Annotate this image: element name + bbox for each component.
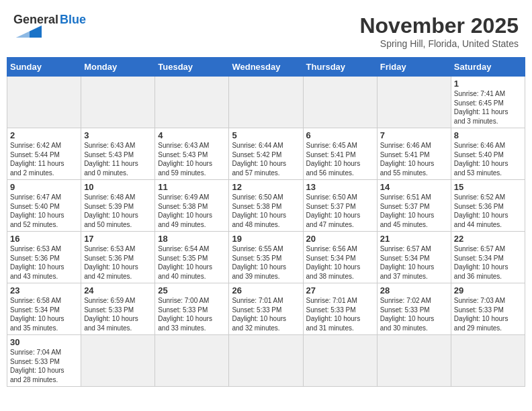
day-number: 15 xyxy=(454,182,522,192)
calendar-header-row: SundayMondayTuesdayWednesdayThursdayFrid… xyxy=(7,58,525,77)
day-info: Sunrise: 7:01 AM Sunset: 5:33 PM Dayligh… xyxy=(232,296,300,332)
column-header-thursday: Thursday xyxy=(303,58,377,77)
day-number: 13 xyxy=(306,182,374,192)
day-number: 26 xyxy=(232,285,300,295)
day-number: 30 xyxy=(10,337,78,347)
day-info: Sunrise: 6:53 AM Sunset: 5:36 PM Dayligh… xyxy=(10,244,78,281)
day-number: 11 xyxy=(158,182,226,192)
day-number: 21 xyxy=(380,234,448,244)
day-number: 27 xyxy=(306,285,374,295)
calendar-cell xyxy=(229,77,303,128)
calendar-cell xyxy=(303,77,377,128)
calendar-cell: 29Sunrise: 7:03 AM Sunset: 5:33 PM Dayli… xyxy=(451,283,525,335)
calendar-cell: 27Sunrise: 7:01 AM Sunset: 5:33 PM Dayli… xyxy=(303,283,377,335)
calendar-cell: 12Sunrise: 6:50 AM Sunset: 5:38 PM Dayli… xyxy=(229,180,303,232)
calendar-cell: 30Sunrise: 7:04 AM Sunset: 5:33 PM Dayli… xyxy=(7,335,81,387)
day-info: Sunrise: 7:41 AM Sunset: 6:45 PM Dayligh… xyxy=(454,89,522,126)
svg-marker-1 xyxy=(16,30,30,38)
calendar-cell: 5Sunrise: 6:44 AM Sunset: 5:42 PM Daylig… xyxy=(229,128,303,180)
calendar-cell xyxy=(155,335,229,387)
calendar-week-row: 2Sunrise: 6:42 AM Sunset: 5:44 PM Daylig… xyxy=(7,128,525,180)
logo-icon xyxy=(16,26,42,38)
logo-blue-text: Blue xyxy=(60,13,86,27)
calendar-cell: 19Sunrise: 6:55 AM Sunset: 5:35 PM Dayli… xyxy=(229,232,303,283)
calendar-cell: 9Sunrise: 6:47 AM Sunset: 5:40 PM Daylig… xyxy=(7,180,81,232)
day-info: Sunrise: 6:44 AM Sunset: 5:42 PM Dayligh… xyxy=(232,141,300,177)
day-info: Sunrise: 6:52 AM Sunset: 5:36 PM Dayligh… xyxy=(454,193,522,229)
calendar-cell xyxy=(303,335,377,387)
calendar-week-row: 9Sunrise: 6:47 AM Sunset: 5:40 PM Daylig… xyxy=(7,180,525,232)
day-number: 6 xyxy=(306,130,374,140)
day-number: 23 xyxy=(10,285,78,295)
calendar-cell: 21Sunrise: 6:57 AM Sunset: 5:34 PM Dayli… xyxy=(377,232,451,283)
day-number: 24 xyxy=(84,285,152,295)
day-number: 16 xyxy=(10,234,78,244)
month-title: November 2025 xyxy=(359,13,519,38)
day-info: Sunrise: 7:02 AM Sunset: 5:33 PM Dayligh… xyxy=(380,296,448,332)
header: General Blue November 2025 Spring Hill, … xyxy=(7,7,525,54)
day-number: 19 xyxy=(232,234,300,244)
calendar-cell: 10Sunrise: 6:48 AM Sunset: 5:39 PM Dayli… xyxy=(81,180,155,232)
day-info: Sunrise: 6:43 AM Sunset: 5:43 PM Dayligh… xyxy=(158,141,226,177)
calendar-cell: 2Sunrise: 6:42 AM Sunset: 5:44 PM Daylig… xyxy=(7,128,81,180)
column-header-friday: Friday xyxy=(377,58,451,77)
day-number: 5 xyxy=(232,130,300,140)
column-header-sunday: Sunday xyxy=(7,58,81,77)
day-number: 17 xyxy=(84,234,152,244)
day-info: Sunrise: 6:49 AM Sunset: 5:38 PM Dayligh… xyxy=(158,193,226,229)
calendar-cell: 18Sunrise: 6:54 AM Sunset: 5:35 PM Dayli… xyxy=(155,232,229,283)
calendar-week-row: 23Sunrise: 6:58 AM Sunset: 5:34 PM Dayli… xyxy=(7,283,525,335)
day-number: 18 xyxy=(158,234,226,244)
calendar-week-row: 16Sunrise: 6:53 AM Sunset: 5:36 PM Dayli… xyxy=(7,232,525,283)
day-info: Sunrise: 6:58 AM Sunset: 5:34 PM Dayligh… xyxy=(10,296,78,332)
day-number: 22 xyxy=(454,234,522,244)
calendar-cell: 15Sunrise: 6:52 AM Sunset: 5:36 PM Dayli… xyxy=(451,180,525,232)
day-info: Sunrise: 7:01 AM Sunset: 5:33 PM Dayligh… xyxy=(306,296,374,332)
day-number: 25 xyxy=(158,285,226,295)
column-header-saturday: Saturday xyxy=(451,58,525,77)
calendar-cell: 7Sunrise: 6:46 AM Sunset: 5:41 PM Daylig… xyxy=(377,128,451,180)
day-info: Sunrise: 6:56 AM Sunset: 5:34 PM Dayligh… xyxy=(306,244,374,281)
calendar-cell: 25Sunrise: 7:00 AM Sunset: 5:33 PM Dayli… xyxy=(155,283,229,335)
day-info: Sunrise: 6:57 AM Sunset: 5:34 PM Dayligh… xyxy=(454,244,522,281)
day-number: 7 xyxy=(380,130,448,140)
calendar-cell: 17Sunrise: 6:53 AM Sunset: 5:36 PM Dayli… xyxy=(81,232,155,283)
day-number: 20 xyxy=(306,234,374,244)
column-header-wednesday: Wednesday xyxy=(229,58,303,77)
day-info: Sunrise: 6:42 AM Sunset: 5:44 PM Dayligh… xyxy=(10,141,78,177)
day-info: Sunrise: 7:00 AM Sunset: 5:33 PM Dayligh… xyxy=(158,296,226,332)
calendar-cell: 24Sunrise: 6:59 AM Sunset: 5:33 PM Dayli… xyxy=(81,283,155,335)
day-info: Sunrise: 6:43 AM Sunset: 5:43 PM Dayligh… xyxy=(84,141,152,177)
day-number: 10 xyxy=(84,182,152,192)
day-info: Sunrise: 6:59 AM Sunset: 5:33 PM Dayligh… xyxy=(84,296,152,332)
calendar-cell xyxy=(155,77,229,128)
day-info: Sunrise: 6:47 AM Sunset: 5:40 PM Dayligh… xyxy=(10,193,78,229)
calendar-cell: 20Sunrise: 6:56 AM Sunset: 5:34 PM Dayli… xyxy=(303,232,377,283)
day-number: 14 xyxy=(380,182,448,192)
calendar-cell xyxy=(229,335,303,387)
location: Spring Hill, Florida, United States xyxy=(359,38,519,49)
calendar-week-row: 1Sunrise: 7:41 AM Sunset: 6:45 PM Daylig… xyxy=(7,77,525,128)
day-info: Sunrise: 6:53 AM Sunset: 5:36 PM Dayligh… xyxy=(84,244,152,281)
day-number: 8 xyxy=(454,130,522,140)
calendar-cell: 22Sunrise: 6:57 AM Sunset: 5:34 PM Dayli… xyxy=(451,232,525,283)
day-info: Sunrise: 7:03 AM Sunset: 5:33 PM Dayligh… xyxy=(454,296,522,332)
calendar-cell: 28Sunrise: 7:02 AM Sunset: 5:33 PM Dayli… xyxy=(377,283,451,335)
day-info: Sunrise: 7:04 AM Sunset: 5:33 PM Dayligh… xyxy=(10,348,78,384)
calendar-cell xyxy=(377,77,451,128)
day-info: Sunrise: 6:54 AM Sunset: 5:35 PM Dayligh… xyxy=(158,244,226,281)
day-info: Sunrise: 6:46 AM Sunset: 5:40 PM Dayligh… xyxy=(454,141,522,177)
day-info: Sunrise: 6:57 AM Sunset: 5:34 PM Dayligh… xyxy=(380,244,448,281)
calendar-cell: 14Sunrise: 6:51 AM Sunset: 5:37 PM Dayli… xyxy=(377,180,451,232)
day-info: Sunrise: 6:50 AM Sunset: 5:37 PM Dayligh… xyxy=(306,193,374,229)
day-info: Sunrise: 6:50 AM Sunset: 5:38 PM Dayligh… xyxy=(232,193,300,229)
day-number: 3 xyxy=(84,130,152,140)
calendar-cell xyxy=(377,335,451,387)
calendar-cell: 13Sunrise: 6:50 AM Sunset: 5:37 PM Dayli… xyxy=(303,180,377,232)
day-info: Sunrise: 6:45 AM Sunset: 5:41 PM Dayligh… xyxy=(306,141,374,177)
day-info: Sunrise: 6:48 AM Sunset: 5:39 PM Dayligh… xyxy=(84,193,152,229)
calendar-cell: 26Sunrise: 7:01 AM Sunset: 5:33 PM Dayli… xyxy=(229,283,303,335)
calendar-cell xyxy=(81,335,155,387)
calendar-cell: 4Sunrise: 6:43 AM Sunset: 5:43 PM Daylig… xyxy=(155,128,229,180)
logo: General Blue xyxy=(13,13,86,38)
